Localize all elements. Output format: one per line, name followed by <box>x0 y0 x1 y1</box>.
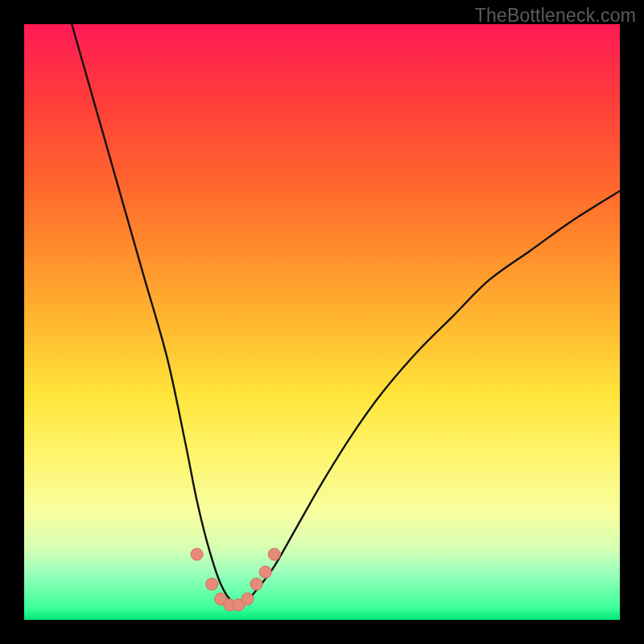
marker-dot <box>242 593 254 605</box>
curve-layer <box>24 24 620 620</box>
chart-frame: TheBottleneck.com <box>0 0 644 644</box>
marker-dot <box>206 578 218 590</box>
marker-dot <box>259 566 271 578</box>
marker-group <box>191 548 280 611</box>
marker-dot <box>191 548 203 560</box>
plot-area <box>24 24 620 620</box>
bottleneck-curve <box>72 24 620 604</box>
marker-dot <box>250 578 262 590</box>
marker-dot <box>268 548 280 560</box>
watermark-label: TheBottleneck.com <box>475 5 636 27</box>
